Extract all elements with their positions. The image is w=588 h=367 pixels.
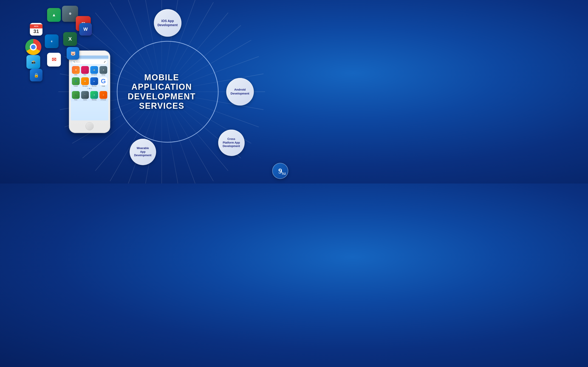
ie-icon: e <box>45 34 59 48</box>
heading-line1: MOBILE <box>125 73 199 82</box>
company-logo: 9 hz <box>272 163 288 179</box>
service-node-wearable[interactable]: WearableAppDevelopment <box>130 139 156 165</box>
heading-line2: APPLICATION <box>125 82 199 92</box>
floating-app-icons: MON 31 ▲ ⚙ ✉ e X W 📸 ✉ 🐷 🔒 <box>11 5 103 119</box>
logo-number: 9 <box>278 167 282 175</box>
android-label: AndroidDevelopment <box>231 88 250 96</box>
lock-icon: 🔒 <box>30 69 43 81</box>
heading-line4: SERVICES <box>125 101 199 110</box>
piggy-icon: 🐷 <box>67 47 79 60</box>
heading-line3: DEVELOPMENT <box>125 92 199 101</box>
service-node-ios[interactable]: iOS AppDevelopment <box>154 9 182 37</box>
drive-icon: ▲ <box>47 8 61 22</box>
service-node-android[interactable]: AndroidDevelopment <box>226 78 254 106</box>
logo-suffix: hz <box>282 172 286 176</box>
excel-icon: X <box>63 32 77 46</box>
chrome-icon <box>25 39 41 55</box>
phone-home-button[interactable] <box>86 122 94 130</box>
photos-icon: 📸 <box>26 55 40 69</box>
cross-label: CrossPlatform AppDevelopment <box>223 137 240 148</box>
gmail2-icon: ✉ <box>47 53 61 67</box>
service-node-cross[interactable]: CrossPlatform AppDevelopment <box>218 130 245 156</box>
calendar-icon: MON 31 <box>30 23 43 35</box>
ios-label: iOS AppDevelopment <box>157 19 178 27</box>
main-heading: MOBILE APPLICATION DEVELOPMENT SERVICES <box>125 73 199 111</box>
word-icon: W <box>79 23 92 35</box>
wearable-label: WearableAppDevelopment <box>134 147 151 157</box>
